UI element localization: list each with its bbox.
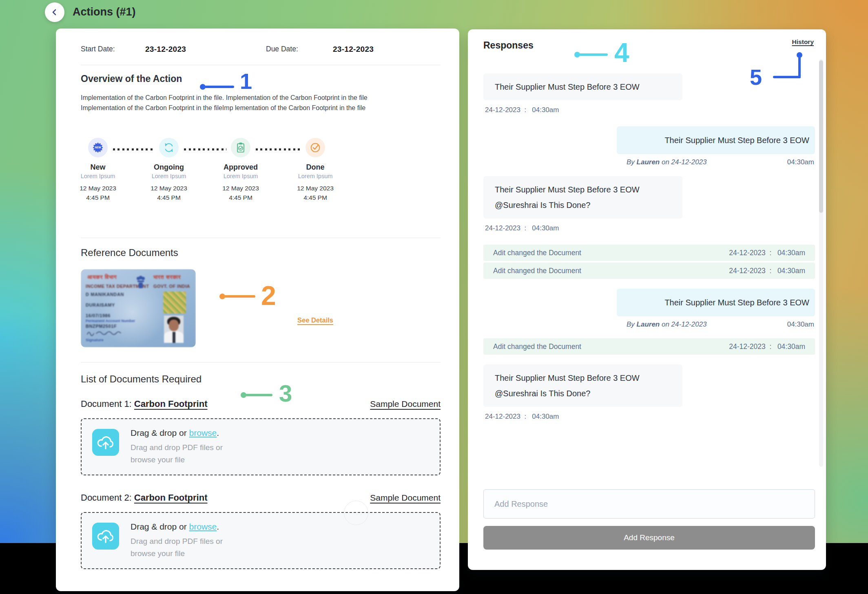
timeline-step-name: Ongoing xyxy=(154,163,184,172)
page-title: Actions (#1) xyxy=(73,6,136,18)
byline-author: By Lauren on 24-12-2023 xyxy=(627,320,707,329)
timeline-step-date: 12 May 2023 xyxy=(151,185,187,192)
timeline-step-time: 4:45 PM xyxy=(86,194,110,201)
file-dropzone[interactable]: Drag & drop or browse. Drag and drop PDF… xyxy=(81,512,441,569)
timeline-step-ongoing: Ongoing Lorem Ipsum 12 May 2023 4:45 PM xyxy=(134,138,204,201)
dropzone-subtitle: Drag and drop PDF files orbrowse your fi… xyxy=(131,442,223,466)
system-event-row: Adit changed the Document 24-12-2023 : 0… xyxy=(483,263,815,279)
timeline-step-name: Done xyxy=(306,163,325,172)
system-event-row: Adit changed the Document 24-12-2023 : 0… xyxy=(483,338,815,355)
chevron-left-icon xyxy=(51,9,58,16)
document-title: Document 2: Carbon Footprint xyxy=(81,492,208,503)
response-text: Their Supplier Must Step Before 3 EOW xyxy=(617,289,815,316)
timeline-step-icon-wrap xyxy=(159,138,179,157)
documents-list: Document 1: Carbon Footprint Sample Docu… xyxy=(81,399,441,586)
divider xyxy=(81,65,441,65)
timeline-step-date: 12 May 2023 xyxy=(297,185,334,192)
timeline-step-approved: Approved Lorem Ipsum 12 May 2023 4:45 PM xyxy=(206,138,275,201)
timeline-step-subtitle: Lorem Ipsum xyxy=(224,173,258,179)
timeline-step-time: 4:45 PM xyxy=(229,194,252,201)
system-event-row: Adit changed the Document 24-12-2023 : 0… xyxy=(483,245,815,261)
browse-link[interactable]: browse xyxy=(189,522,217,531)
see-details-link[interactable]: See Details xyxy=(281,316,350,324)
pan-card-image: आयकर विभाग भारत सरकार INCOME TAX DEPARTM… xyxy=(81,269,196,347)
response-received: Their Supplier Must Step Before 3 EOW@Su… xyxy=(483,364,682,421)
dropzone-title: Drag & drop or browse. xyxy=(131,522,223,532)
reference-document-thumbnail[interactable]: आयकर विभाग भारत सरकार INCOME TAX DEPARTM… xyxy=(81,269,196,347)
add-response-input[interactable] xyxy=(483,489,815,519)
check-circle-icon xyxy=(308,140,323,155)
new-badge-text: NEW xyxy=(95,146,101,149)
status-timeline: NEW New Lorem Ipsum 12 May 2023 4:45 PM … xyxy=(56,138,459,234)
system-event-timestamp: 24-12-2023 : 04:30am xyxy=(729,267,805,275)
pan-photo xyxy=(164,316,184,343)
documents-required-heading: List of Documents Required xyxy=(81,373,202,385)
pan-dob: 16/07/1986 xyxy=(86,313,111,318)
overview-heading: Overview of the Action xyxy=(81,73,182,84)
reference-documents-heading: Reference Documents xyxy=(81,247,178,258)
responses-card: Responses History Their Supplier Must St… xyxy=(468,29,826,570)
document-name: Carbon Footprint xyxy=(134,492,208,503)
pan-father-name: DURAISAMY xyxy=(86,303,115,307)
sample-document-link[interactable]: Sample Document xyxy=(370,399,441,409)
due-date-value: 23-12-2023 xyxy=(333,45,374,54)
response-sent: Their Supplier Must Step Before 3 EOW By… xyxy=(617,289,815,329)
timeline-step-subtitle: Lorem Ipsum xyxy=(298,173,333,179)
response-text: Their Supplier Must Step Before 3 EOW@Su… xyxy=(483,176,682,219)
timeline-step-date: 12 May 2023 xyxy=(80,185,116,192)
add-response-button[interactable]: Add Response xyxy=(483,526,815,550)
emblem-icon xyxy=(135,274,146,292)
response-timestamp: 24-12-2023 : 04:30am xyxy=(485,413,682,421)
timeline-step-icon-wrap: NEW xyxy=(88,138,108,157)
timeline-step-name: New xyxy=(90,163,105,172)
responses-heading: Responses xyxy=(483,40,534,51)
response-timestamp: 24-12-2023 : 04:30am xyxy=(485,106,682,114)
response-text: Their Supplier Must Step Before 3 EOW xyxy=(617,126,815,154)
divider xyxy=(81,362,441,362)
upload-cloud-icon xyxy=(92,523,119,551)
sync-icon xyxy=(161,140,177,155)
pan-signature-label: Signature xyxy=(86,338,104,342)
history-link[interactable]: History xyxy=(792,38,814,46)
byline-time: 04:30am xyxy=(787,320,814,329)
clipboard-check-icon xyxy=(233,140,248,155)
byline-time: 04:30am xyxy=(787,158,814,166)
dropzone-title: Drag & drop or browse. xyxy=(131,428,223,438)
pan-holder-name: D MANIKANDAN xyxy=(86,292,124,297)
timeline-step-time: 4:45 PM xyxy=(157,194,181,201)
timeline-step-subtitle: Lorem Ipsum xyxy=(152,173,186,179)
system-event-text: Adit changed the Document xyxy=(493,249,581,257)
timeline-step-icon-wrap xyxy=(231,138,250,157)
pan-dept-hindi: आयकर विभाग xyxy=(87,274,117,280)
start-date-value: 23-12-2023 xyxy=(145,45,186,54)
scrollbar-thumb[interactable] xyxy=(819,60,823,213)
browse-link[interactable]: browse xyxy=(189,428,217,437)
timeline-step-date: 12 May 2023 xyxy=(222,185,259,192)
timeline-step-subtitle: Lorem Ipsum xyxy=(81,173,115,179)
dates-row: Start Date: 23-12-2023 Due Date: 23-12-2… xyxy=(81,45,441,57)
response-received: Their Supplier Must Step Before 3 EOW 24… xyxy=(483,73,682,114)
byline-author: By Lauren on 24-12-2023 xyxy=(627,158,707,166)
pan-number-label: Permanent Account Number xyxy=(86,319,135,323)
document-upload-group: Document 1: Carbon Footprint Sample Docu… xyxy=(81,399,441,475)
system-event-timestamp: 24-12-2023 : 04:30am xyxy=(729,249,805,257)
response-text: Their Supplier Must Step Before 3 EOW xyxy=(483,73,682,100)
timeline-step-time: 4:45 PM xyxy=(303,194,327,201)
response-byline: By Lauren on 24-12-2023 04:30am xyxy=(617,158,815,166)
file-dropzone[interactable]: Drag & drop or browse. Drag and drop PDF… xyxy=(81,418,441,475)
due-date-label: Due Date: xyxy=(266,45,298,53)
start-date-label: Start Date: xyxy=(81,45,115,53)
divider xyxy=(81,238,441,238)
timeline-step-done: Done Lorem Ipsum 12 May 2023 4:45 PM xyxy=(281,138,350,201)
response-timestamp: 24-12-2023 : 04:30am xyxy=(485,224,682,232)
overview-body: Implementation of the Carbon Footprint i… xyxy=(81,93,398,113)
system-event-timestamp: 24-12-2023 : 04:30am xyxy=(729,342,805,351)
response-received: Their Supplier Must Step Before 3 EOW@Su… xyxy=(483,176,682,232)
timeline-step-icon-wrap xyxy=(306,138,325,157)
sample-document-link[interactable]: Sample Document xyxy=(370,493,441,503)
pan-govt-hindi: भारत सरकार xyxy=(153,274,181,280)
document-upload-group: Document 2: Carbon Footprint Sample Docu… xyxy=(81,492,441,569)
back-button[interactable] xyxy=(45,2,64,22)
upload-cloud-icon xyxy=(92,429,119,457)
document-name: Carbon Footprint xyxy=(134,399,208,409)
